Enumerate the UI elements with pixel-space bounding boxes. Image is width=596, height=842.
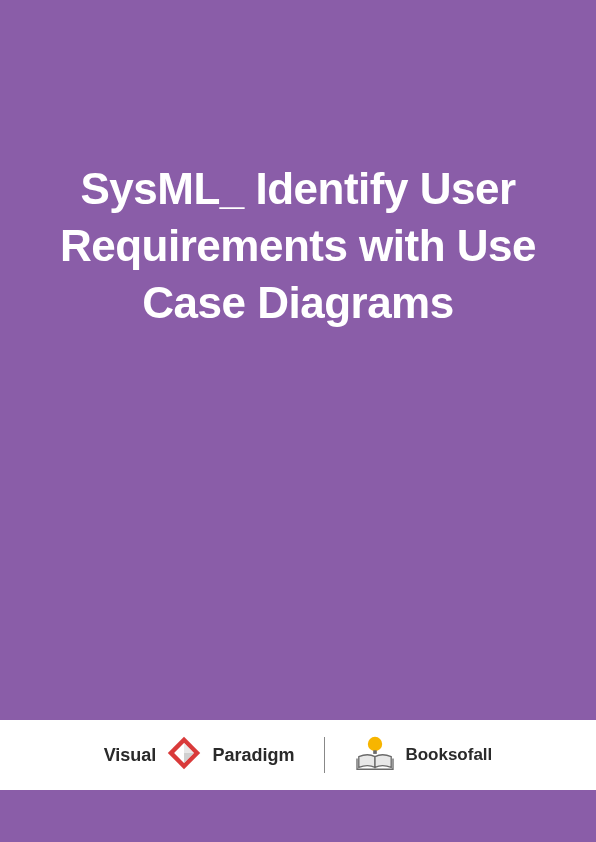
vp-diamond-icon <box>166 735 202 775</box>
booksofall-label: Booksofall <box>405 745 492 765</box>
cover-page: SysML_ Identify User Requirements with U… <box>0 0 596 842</box>
book-lightbulb-icon <box>355 735 395 775</box>
svg-rect-5 <box>374 750 378 754</box>
svg-point-4 <box>368 737 382 751</box>
logo-divider <box>324 737 325 773</box>
visual-paradigm-logo: Visual Paradigm <box>104 735 295 775</box>
document-title: SysML_ Identify User Requirements with U… <box>50 160 546 332</box>
vp-prefix-text: Visual <box>104 745 157 766</box>
vp-suffix-text: Paradigm <box>212 745 294 766</box>
booksofall-logo: Booksofall <box>355 735 492 775</box>
footer-band: Visual Paradigm <box>0 720 596 790</box>
title-area: SysML_ Identify User Requirements with U… <box>0 0 596 842</box>
